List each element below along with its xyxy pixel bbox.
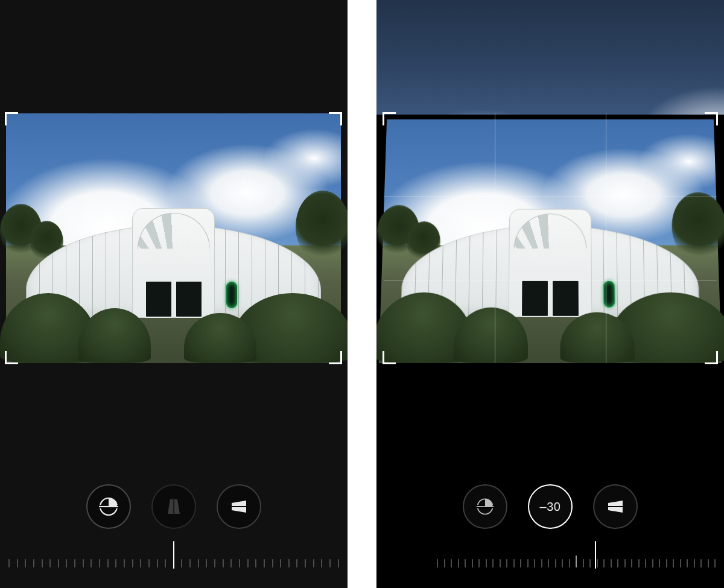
dial-indicator[interactable]	[595, 541, 596, 569]
editor-panel-left	[0, 0, 348, 588]
straighten-button[interactable]	[86, 484, 131, 529]
svg-point-3	[477, 499, 492, 514]
photo-preview[interactable]	[379, 119, 722, 363]
straighten-button[interactable]	[463, 484, 507, 529]
open-neon-sign	[603, 281, 615, 308]
svg-point-0	[100, 498, 117, 515]
vertical-perspective-icon	[164, 496, 184, 517]
adjust-dial[interactable]	[8, 547, 339, 574]
horizontal-perspective-button[interactable]	[217, 484, 261, 529]
straighten-icon	[475, 496, 495, 517]
crop-handle-br[interactable]	[705, 351, 718, 364]
vertical-perspective-value: –30	[540, 500, 561, 514]
crop-frame[interactable]	[384, 113, 717, 363]
crop-handle-tr[interactable]	[705, 112, 718, 125]
out-of-crop-sky	[376, 0, 724, 115]
crop-handle-bl[interactable]	[5, 351, 18, 364]
horizontal-perspective-icon	[605, 496, 626, 517]
dial-indicator[interactable]	[173, 541, 174, 569]
photo-preview[interactable]	[6, 113, 341, 363]
crop-handle-tr[interactable]	[329, 112, 342, 125]
adjust-dial[interactable]	[437, 547, 716, 574]
panel-gap	[348, 0, 376, 588]
open-neon-sign	[226, 282, 237, 308]
horizontal-perspective-icon	[229, 496, 249, 517]
straighten-icon	[97, 495, 120, 518]
editor-panel-right: –30	[376, 0, 724, 588]
perspective-tool-row: –30	[376, 484, 724, 529]
vertical-perspective-button[interactable]	[151, 484, 196, 529]
horizontal-perspective-button[interactable]	[593, 484, 638, 529]
crop-handle-tl[interactable]	[383, 112, 396, 125]
crop-handle-bl[interactable]	[383, 351, 396, 364]
crop-handle-br[interactable]	[329, 351, 342, 364]
crop-handle-tl[interactable]	[5, 112, 18, 125]
crop-frame[interactable]	[6, 113, 341, 363]
dial-ticks	[437, 554, 716, 567]
perspective-tool-row	[0, 484, 348, 529]
vertical-perspective-button[interactable]: –30	[528, 484, 573, 529]
